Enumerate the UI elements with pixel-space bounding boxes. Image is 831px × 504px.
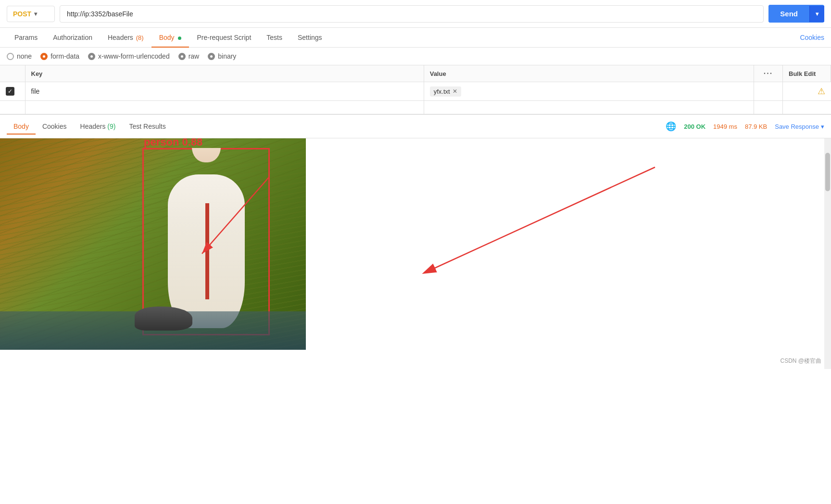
radio-raw-circle (178, 53, 186, 60)
tab-authorization[interactable]: Authorization (45, 28, 100, 47)
body-type-bar: none form-data x-www-form-urlencoded raw… (0, 48, 831, 65)
row-key-cell[interactable]: file (25, 82, 424, 101)
response-body: person 0.88 (0, 138, 831, 369)
method-label: POST (13, 10, 31, 18)
scrollbar-thumb[interactable] (825, 153, 830, 191)
empty-checkbox-cell (0, 101, 25, 114)
row-value-cell[interactable]: yfx.txt ✕ (424, 82, 754, 101)
table-row: ✓ file yfx.txt ✕ ⚠ (0, 82, 831, 101)
response-image: person 0.88 (0, 138, 306, 350)
figure-head (192, 148, 221, 162)
arrow-continuation (306, 138, 831, 350)
resp-headers-badge: (9) (107, 123, 115, 130)
empty-more-cell (754, 101, 783, 114)
response-time: 1949 ms (713, 123, 737, 130)
radio-none[interactable]: none (7, 52, 32, 60)
rocks (135, 307, 192, 331)
resp-tab-headers[interactable]: Headers (9) (74, 119, 123, 134)
resp-tab-testresults[interactable]: Test Results (122, 119, 172, 134)
empty-bulk-cell (783, 101, 831, 114)
resp-tab-body[interactable]: Body (7, 119, 36, 134)
bulk-edit-button[interactable]: Bulk Edit (789, 70, 816, 77)
col-value: Value (424, 65, 754, 82)
tab-prerequest[interactable]: Pre-request Script (189, 28, 259, 47)
request-tabs: Params Authorization Headers (8) Body Pr… (0, 28, 831, 48)
response-meta: 🌐 200 OK 1949 ms 87.9 KB Save Response ▾ (666, 121, 824, 132)
file-tag-close-icon[interactable]: ✕ (453, 88, 457, 95)
red-sash (205, 203, 209, 299)
send-button[interactable]: Send ▾ (768, 5, 824, 23)
radio-formdata[interactable]: form-data (40, 52, 79, 60)
radio-raw[interactable]: raw (178, 52, 200, 60)
tab-headers[interactable]: Headers (8) (100, 28, 151, 47)
col-checkbox (0, 65, 25, 82)
radio-binary[interactable]: binary (208, 52, 236, 60)
response-image-area: person 0.88 (0, 138, 306, 369)
detection-label: person 0.88 (144, 138, 202, 148)
svg-line-3 (424, 167, 655, 273)
url-bar: POST ▾ Send ▾ (0, 0, 831, 28)
headers-badge: (8) (136, 34, 144, 41)
file-tag: yfx.txt ✕ (430, 86, 461, 97)
params-table: Key Value ··· Bulk Edit ✓ file yfx.txt (0, 65, 831, 114)
resp-tab-cookies[interactable]: Cookies (36, 119, 74, 134)
radio-formdata-circle (40, 53, 48, 60)
url-input[interactable] (60, 5, 764, 23)
row-checkbox-cell: ✓ (0, 82, 25, 101)
method-selector[interactable]: POST ▾ (7, 6, 55, 22)
radio-binary-circle (208, 53, 215, 60)
scrollbar-track[interactable] (824, 138, 831, 369)
radio-none-circle (7, 53, 14, 60)
tab-tests[interactable]: Tests (259, 28, 290, 47)
send-label: Send (768, 5, 809, 23)
figure-body (168, 174, 245, 328)
tab-body[interactable]: Body (151, 28, 189, 47)
col-key: Key (25, 65, 424, 82)
col-more: ··· (754, 65, 783, 82)
tab-settings[interactable]: Settings (290, 28, 330, 47)
save-response-chevron-icon: ▾ (821, 123, 824, 130)
row-warning-cell: ⚠ (783, 82, 831, 101)
tab-params[interactable]: Params (7, 28, 45, 47)
row-checkbox[interactable]: ✓ (6, 87, 14, 96)
table-row-empty (0, 101, 831, 114)
more-dots-icon[interactable]: ··· (764, 69, 773, 77)
response-tabs: Body Cookies Headers (9) Test Results 🌐 … (0, 115, 831, 138)
warning-icon: ⚠ (789, 86, 825, 97)
response-empty-area: CSDN @楼官曲 (306, 138, 831, 369)
tab-cookies[interactable]: Cookies (800, 28, 824, 47)
response-size: 87.9 KB (745, 123, 767, 130)
watermark: CSDN @楼官曲 (780, 357, 821, 365)
save-response-button[interactable]: Save Response ▾ (775, 123, 824, 130)
col-bulk-edit: Bulk Edit (783, 65, 831, 82)
radio-urlencoded-circle (88, 53, 95, 60)
send-dropdown-icon[interactable]: ▾ (809, 6, 824, 22)
response-status: 200 OK (684, 123, 705, 130)
method-chevron-icon: ▾ (34, 11, 37, 17)
empty-value-cell[interactable] (424, 101, 754, 114)
row-more-cell (754, 82, 783, 101)
empty-key-cell[interactable] (25, 101, 424, 114)
radio-urlencoded[interactable]: x-www-form-urlencoded (88, 52, 170, 60)
body-active-dot (178, 37, 181, 40)
globe-icon: 🌐 (666, 121, 676, 132)
